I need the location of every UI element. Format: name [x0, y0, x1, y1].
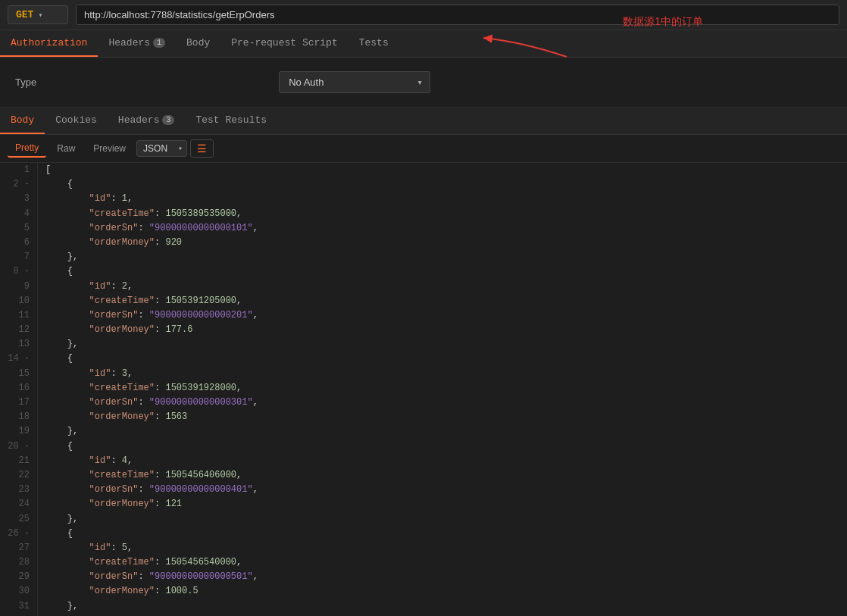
json-value-num: 1505389535000: [165, 208, 236, 219]
json-key: "orderSn": [89, 223, 139, 233]
json-key: "createTime": [89, 208, 155, 219]
code-line: "orderMoney": 1563: [45, 410, 839, 424]
json-key: "createTime": [89, 557, 155, 568]
tab-prerequest[interactable]: Pre-request Script: [220, 30, 348, 57]
tab-tests-label: Tests: [359, 37, 389, 48]
json-value-num: 1505456540000: [165, 557, 236, 568]
code-line: "orderSn": "90000000000000201",: [45, 308, 839, 323]
code-content: [ { "id": 1, "createTime": 1505389535000…: [38, 163, 847, 616]
method-label: GET: [16, 9, 33, 20]
no-auth-dropdown[interactable]: No Auth Bearer Token Basic Auth: [279, 71, 430, 93]
line-number: 9: [8, 280, 30, 294]
code-line: {: [45, 177, 839, 192]
json-key: "id": [89, 281, 111, 292]
code-line: "orderSn": "90000000000000301",: [45, 396, 839, 410]
json-value-str: "90000000000000301": [149, 397, 253, 408]
resp-tab-testresults-label: Test Results: [195, 114, 267, 126]
json-key: "orderMoney": [89, 586, 155, 596]
tab-authorization[interactable]: Authorization: [0, 30, 98, 57]
line-number: 3: [8, 192, 30, 206]
line-number: 6: [8, 236, 30, 250]
json-value-num: 5: [122, 543, 127, 553]
line-number: 12: [8, 323, 30, 337]
code-area: 12 -345678 -91011121314 -151617181920 -2…: [0, 163, 847, 616]
line-number: 28: [8, 555, 30, 570]
url-input[interactable]: [76, 5, 839, 25]
json-key: "createTime": [89, 383, 155, 393]
line-number: 7: [8, 250, 30, 264]
code-line: "createTime": 1505391205000,: [45, 294, 839, 308]
json-value-str: "90000000000000101": [149, 223, 253, 233]
json-value-num: 1563: [165, 411, 187, 422]
resp-tab-cookies-label: Cookies: [55, 114, 97, 126]
line-number: 11: [8, 308, 30, 323]
json-value-num: 1505391928000: [165, 383, 236, 393]
tab-prerequest-label: Pre-request Script: [231, 37, 337, 48]
json-key: "orderSn": [89, 397, 139, 408]
code-line: {: [45, 527, 839, 541]
json-key: "orderSn": [89, 310, 139, 321]
auth-section: Type No Auth Bearer Token Basic Auth: [0, 58, 847, 108]
json-value-num: 1000.5: [165, 586, 198, 596]
resp-headers-badge: 3: [162, 115, 174, 125]
line-number: 17: [8, 396, 30, 410]
tab-body[interactable]: Body: [176, 30, 220, 57]
method-selector[interactable]: GET ▾: [8, 5, 68, 24]
tab-headers-label: Headers: [108, 37, 150, 48]
code-line: "orderMoney": 177.6: [45, 323, 839, 337]
auth-type-select[interactable]: No Auth Bearer Token Basic Auth: [279, 71, 430, 93]
line-number: 30: [8, 584, 30, 599]
json-key: "orderSn": [89, 484, 139, 495]
code-line: "orderMoney": 121: [45, 497, 839, 511]
preview-button[interactable]: Preview: [86, 140, 133, 157]
format-dropdown-wrapper[interactable]: JSON XML HTML: [136, 140, 187, 157]
filter-icon-button[interactable]: ☰: [190, 139, 214, 158]
line-number: 21: [8, 454, 30, 468]
line-number: 5: [8, 221, 30, 236]
code-line: "id": 1,: [45, 192, 839, 206]
line-number: 29: [8, 570, 30, 584]
line-number: 8 -: [8, 264, 30, 279]
pretty-button[interactable]: Pretty: [8, 139, 46, 158]
line-number: 10: [8, 294, 30, 308]
tab-body-label: Body: [186, 37, 210, 48]
raw-button[interactable]: Raw: [49, 140, 83, 157]
code-line: },: [45, 337, 839, 352]
json-value-num: 1: [122, 193, 127, 204]
format-select[interactable]: JSON XML HTML: [136, 140, 187, 157]
json-key: "createTime": [89, 295, 155, 306]
auth-type-label: Type: [15, 77, 36, 88]
code-line: "orderSn": "90000000000000401",: [45, 483, 839, 497]
resp-tab-cookies[interactable]: Cookies: [45, 108, 108, 134]
code-line: "orderSn": "90000000000000501",: [45, 570, 839, 584]
json-key: "id": [89, 543, 111, 553]
line-number: 14 -: [8, 352, 30, 366]
code-line: "createTime": 1505456406000,: [45, 468, 839, 483]
json-value-str: "90000000000000201": [149, 310, 253, 321]
line-number: 25: [8, 512, 30, 527]
line-number: 16: [8, 381, 30, 396]
json-value-num: 920: [165, 237, 182, 248]
code-line: [: [45, 163, 839, 177]
tab-headers[interactable]: Headers 1: [98, 30, 176, 57]
resp-tab-body[interactable]: Body: [0, 108, 45, 134]
resp-tab-testresults[interactable]: Test Results: [185, 108, 277, 134]
code-line: "createTime": 1505389535000,: [45, 207, 839, 221]
line-number: 22: [8, 468, 30, 483]
response-tabs: Body Cookies Headers 3 Test Results: [0, 108, 277, 134]
line-number: 27: [8, 541, 30, 555]
json-value-str: "90000000000000501": [149, 571, 253, 582]
json-value-num: 1505391205000: [165, 295, 236, 306]
code-line: "orderMoney": 1000.5: [45, 584, 839, 599]
line-number: 15: [8, 367, 30, 381]
code-line: "createTime": 1505391928000,: [45, 381, 839, 396]
line-number: 4: [8, 207, 30, 221]
tab-tests[interactable]: Tests: [348, 30, 399, 57]
code-line: },: [45, 250, 839, 264]
json-key: "orderMoney": [89, 237, 155, 248]
code-line: "orderSn": "90000000000000101",: [45, 221, 839, 236]
json-value-num: 4: [122, 455, 127, 466]
code-line: {: [45, 264, 839, 279]
resp-tab-headers[interactable]: Headers 3: [108, 108, 186, 134]
line-number: 24: [8, 497, 30, 511]
